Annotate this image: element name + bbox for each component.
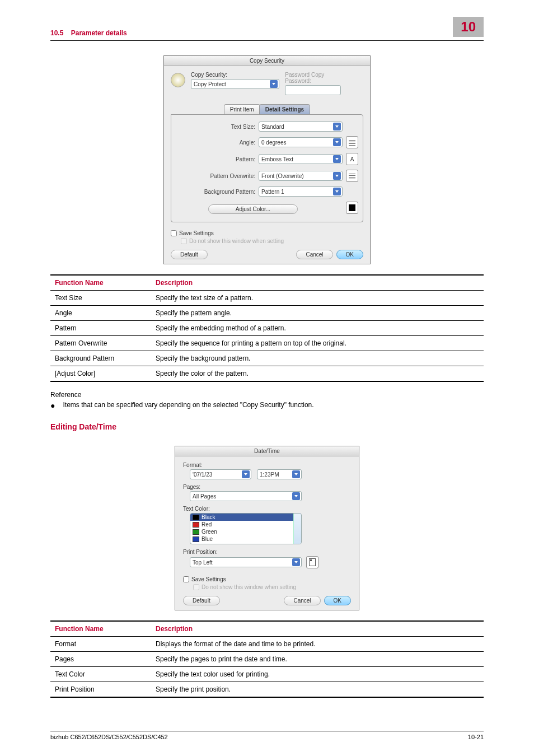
password-input[interactable] (285, 85, 341, 95)
section-heading: 10.5 Parameter details (50, 29, 453, 37)
chevron-down-icon (333, 138, 341, 146)
list-item: Green (190, 528, 301, 535)
text-color-list[interactable]: Black Red Green Blue (190, 513, 302, 544)
pattern-overwrite-select[interactable]: Front (Overwrite) (259, 171, 343, 181)
list-item: Black (190, 514, 301, 521)
chevron-down-icon (292, 492, 300, 500)
save-settings-checkbox[interactable]: Save Settings (183, 576, 351, 582)
copy-security-label: Copy Security: (191, 72, 279, 78)
pages-label: Pages: (183, 484, 351, 490)
list-item: Red (190, 521, 301, 528)
angle-select[interactable]: 0 degrees (259, 137, 343, 147)
date-time-dialog: Date/Time Format: '07/1/23 1:23PM Pages:… (175, 446, 359, 610)
footer-page: 10-21 (468, 734, 484, 740)
color-swatch (193, 515, 199, 520)
reference-heading: Reference (50, 391, 484, 399)
copy-security-dialog: Copy Security Copy Security: Copy Protec… (163, 55, 371, 264)
copy-security-table: Function NameDescription Text SizeSpecif… (50, 274, 484, 382)
text-size-label: Text Size: (176, 124, 255, 130)
pattern-preview-button[interactable]: A (346, 153, 358, 165)
pattern-overwrite-label: Pattern Overwrite: (176, 173, 255, 179)
print-position-select[interactable]: Top Left (190, 557, 302, 567)
page-header: 10.5 Parameter details 10 (50, 17, 484, 41)
dialog-title: Copy Security (164, 56, 370, 66)
color-swatch (193, 522, 199, 528)
copy-security-select[interactable]: Copy Protect (191, 79, 279, 89)
footer-model: bizhub C652/C652DS/C552/C552DS/C452 (50, 734, 168, 740)
save-settings-checkbox[interactable]: Save Settings (171, 230, 363, 236)
tab-detail-settings[interactable]: Detail Settings (259, 104, 310, 114)
color-preview-button[interactable] (346, 202, 358, 214)
background-pattern-label: Background Pattern: (176, 189, 255, 195)
section-title: Parameter details (71, 29, 127, 37)
format-date-select[interactable]: '07/1/23 (190, 469, 251, 479)
editing-date-time-heading: Editing Date/Time (50, 422, 484, 431)
chapter-number-box: 10 (453, 17, 484, 37)
detail-settings-panel: Text Size: Standard Angle: 0 degrees Pat… (171, 114, 363, 222)
adjust-color-button[interactable]: Adjust Color... (208, 204, 298, 214)
ok-button[interactable]: OK (324, 596, 351, 605)
section-number: 10.5 (50, 29, 63, 37)
date-time-table: Function NameDescription FormatDisplays … (50, 620, 484, 698)
ok-button[interactable]: OK (336, 250, 363, 259)
chevron-down-icon (270, 80, 278, 88)
color-swatch (193, 536, 199, 542)
col-description: Description (151, 621, 484, 637)
angle-label: Angle: (176, 139, 255, 146)
chevron-down-icon (333, 155, 341, 163)
cancel-button[interactable]: Cancel (284, 596, 320, 605)
donotshow-checkbox: Do not show this window when setting (171, 238, 363, 244)
chevron-down-icon (333, 123, 341, 130)
password-copy-label: Password Copy (285, 72, 363, 78)
chevron-down-icon (333, 188, 341, 195)
pattern-label: Pattern: (176, 156, 255, 162)
reference-bullet: ●Items that can be specified vary depend… (50, 401, 484, 410)
overwrite-preview-button[interactable] (346, 170, 358, 182)
text-color-label: Text Color: (183, 506, 351, 512)
tab-print-item[interactable]: Print Item (224, 104, 260, 114)
list-item: Blue (190, 535, 301, 543)
chevron-down-icon (292, 558, 300, 566)
chevron-down-icon (292, 470, 300, 478)
password-label: Password: (285, 78, 363, 84)
cancel-button[interactable]: Cancel (296, 250, 332, 259)
col-function-name: Function Name (50, 621, 151, 637)
pattern-select[interactable]: Emboss Text (259, 154, 343, 164)
print-position-label: Print Position: (183, 549, 351, 555)
format-time-select[interactable]: 1:23PM (257, 469, 302, 479)
pages-select[interactable]: All Pages (190, 491, 302, 501)
chevron-down-icon (242, 470, 250, 478)
default-button[interactable]: Default (183, 596, 220, 605)
col-description: Description (151, 275, 484, 291)
scrollbar[interactable] (293, 514, 301, 544)
dialog-title: Date/Time (175, 446, 359, 456)
lock-icon (171, 73, 185, 87)
default-button[interactable]: Default (171, 250, 208, 259)
format-label: Format: (183, 462, 351, 468)
angle-preview-button[interactable] (346, 136, 358, 148)
text-size-select[interactable]: Standard (259, 122, 343, 132)
col-function-name: Function Name (50, 275, 151, 291)
print-position-preview-button[interactable] (306, 556, 318, 568)
chevron-down-icon (333, 172, 341, 180)
page-footer: bizhub C652/C652DS/C552/C552DS/C452 10-2… (50, 731, 484, 740)
background-pattern-select[interactable]: Pattern 1 (259, 186, 343, 197)
color-swatch (193, 529, 199, 535)
donotshow-checkbox: Do not show this window when setting (183, 584, 351, 590)
